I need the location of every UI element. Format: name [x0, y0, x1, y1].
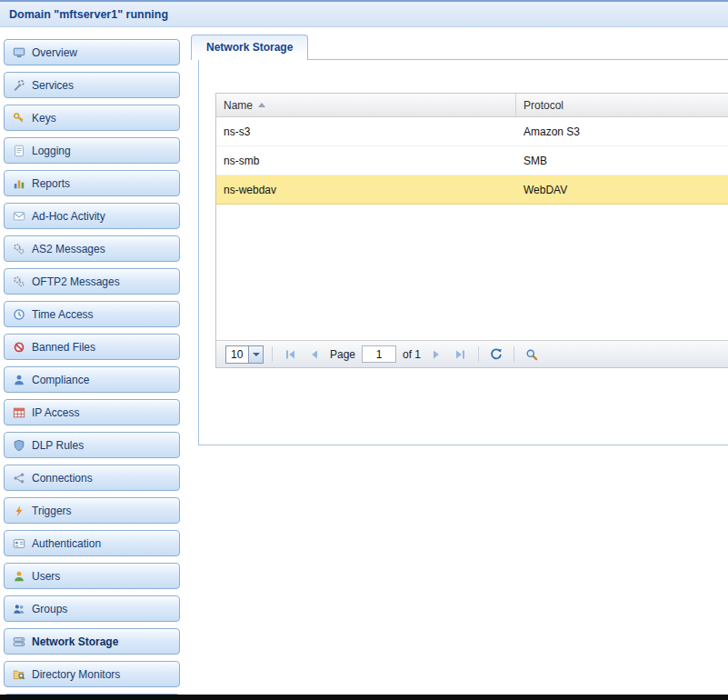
cell-name: ns-s3 — [216, 125, 516, 138]
sidebar-item-label: DLP Rules — [32, 439, 84, 452]
banned-files-icon — [12, 340, 25, 354]
page-size-value: 10 — [226, 346, 248, 363]
refresh-icon — [490, 348, 503, 361]
sidebar-item-reports[interactable]: Reports — [4, 170, 180, 196]
sidebar-item-label: Keys — [32, 112, 56, 125]
sidebar-item-label: Banned Files — [32, 341, 95, 354]
page-number-input[interactable] — [362, 345, 396, 363]
sidebar-item-label: Compliance — [32, 374, 89, 386]
sidebar-item-label: Reports — [32, 177, 70, 190]
sidebar-item-time-access[interactable]: Time Access — [4, 301, 180, 327]
sidebar-item-directory-monitors[interactable]: Directory Monitors — [4, 661, 180, 687]
users-icon — [12, 569, 25, 583]
sidebar-item-triggers[interactable]: Triggers — [4, 497, 180, 524]
chevron-down-icon — [248, 346, 263, 363]
sidebar-item-banned-files[interactable]: Banned Files — [4, 334, 180, 360]
bottom-window-edge — [0, 695, 728, 700]
table-row[interactable]: ns-s3 Amazon S3 — [216, 117, 728, 146]
as2-messages-icon — [12, 242, 25, 255]
ip-access-icon — [12, 405, 25, 419]
column-label: Name — [224, 99, 253, 112]
authentication-icon — [12, 536, 25, 550]
column-label: Protocol — [524, 99, 563, 112]
page-size-select[interactable]: 10 — [225, 345, 264, 364]
network-storage-panel: Name Protocol ns-s3 Amazon S3 ns-smb SMB… — [198, 59, 728, 445]
sidebar-item-label: Logging — [32, 145, 71, 157]
sidebar-item-adhoc-activity[interactable]: Ad-Hoc Activity — [4, 203, 180, 229]
overview-icon — [12, 45, 25, 59]
reports-icon — [12, 176, 25, 190]
column-header-protocol[interactable]: Protocol — [516, 94, 728, 116]
sidebar-item-users[interactable]: Users — [4, 563, 180, 589]
first-page-icon — [284, 348, 296, 361]
window-title-bar: Domain "mftserver1" running — [0, 0, 728, 27]
sidebar-item-connections[interactable]: Connections — [4, 465, 180, 491]
sidebar-item-overview[interactable]: Overview — [4, 39, 180, 65]
table-row[interactable]: ns-smb SMB — [216, 146, 728, 175]
sidebar-item-label: OFTP2 Messages — [32, 275, 120, 288]
sidebar-item-label: IP Access — [32, 406, 79, 419]
cell-name: ns-webdav — [216, 184, 516, 196]
keys-icon — [12, 111, 25, 125]
sidebar-item-groups[interactable]: Groups — [4, 595, 180, 622]
first-page-button[interactable] — [281, 345, 299, 364]
search-button[interactable] — [523, 345, 541, 364]
sidebar-item-label: AS2 Messages — [32, 243, 105, 255]
dlp-rules-icon — [12, 438, 25, 452]
sidebar-item-label: Authentication — [32, 537, 101, 550]
time-access-icon — [12, 307, 25, 321]
sidebar-item-label: Time Access — [32, 308, 94, 321]
sidebar-item-compliance[interactable]: Compliance — [4, 366, 180, 393]
refresh-button[interactable] — [487, 345, 505, 364]
tab-network-storage[interactable]: Network Storage — [191, 35, 308, 60]
sidebar-item-label: Overview — [32, 46, 77, 59]
grid-header: Name Protocol — [216, 94, 728, 117]
sidebar-item-label: Users — [32, 570, 60, 583]
sidebar-item-label: Directory Monitors — [32, 668, 120, 681]
table-row-selected[interactable]: ns-webdav WebDAV — [216, 175, 728, 205]
network-storage-grid: Name Protocol ns-s3 Amazon S3 ns-smb SMB… — [215, 93, 728, 368]
toolbar-separator — [272, 346, 273, 362]
sidebar-item-oftp2-messages[interactable]: OFTP2 Messages — [4, 268, 180, 295]
sidebar-item-label: Triggers — [32, 505, 72, 517]
adhoc-activity-icon — [12, 209, 25, 223]
next-page-button[interactable] — [427, 345, 445, 364]
previous-page-button[interactable] — [305, 345, 324, 364]
last-page-icon — [454, 348, 467, 361]
cell-protocol: WebDAV — [516, 184, 728, 196]
sidebar-item-authentication[interactable]: Authentication — [4, 530, 180, 556]
sidebar-item-dlp-rules[interactable]: DLP Rules — [4, 432, 180, 458]
network-storage-icon — [12, 635, 25, 648]
last-page-button[interactable] — [452, 345, 470, 364]
logging-icon — [12, 144, 25, 157]
sidebar-item-network-storage[interactable]: Network Storage — [4, 628, 180, 655]
cell-name: ns-smb — [216, 155, 516, 167]
main-panel: Network Storage Name Protocol ns-s3 Amaz… — [184, 27, 728, 700]
page-of-label: of 1 — [403, 348, 421, 361]
toolbar-separator — [514, 346, 514, 362]
page-label: Page — [330, 348, 355, 361]
directory-monitors-icon — [12, 667, 25, 681]
previous-page-icon — [308, 348, 321, 361]
sidebar-item-label: Connections — [32, 472, 93, 485]
sidebar-item-logging[interactable]: Logging — [4, 137, 180, 164]
next-page-icon — [430, 348, 443, 361]
column-header-name[interactable]: Name — [216, 94, 516, 116]
paging-toolbar: 10 Page of 1 — [216, 340, 728, 367]
oftp2-messages-icon — [12, 275, 25, 288]
sort-ascending-icon — [258, 103, 265, 107]
window-title: Domain "mftserver1" running — [9, 8, 168, 21]
sidebar-item-label: Network Storage — [32, 635, 118, 648]
sidebar-item-services[interactable]: Services — [4, 72, 180, 98]
cell-protocol: SMB — [516, 155, 728, 167]
cell-protocol: Amazon S3 — [516, 125, 728, 138]
sidebar-item-label: Groups — [32, 603, 67, 615]
sidebar-item-ip-access[interactable]: IP Access — [4, 399, 180, 425]
grid-body: ns-s3 Amazon S3 ns-smb SMB ns-webdav Web… — [216, 117, 728, 340]
sidebar-item-as2-messages[interactable]: AS2 Messages — [4, 235, 180, 262]
sidebar: Overview Services Keys Logging Reports A… — [0, 27, 184, 700]
toolbar-separator — [478, 346, 479, 362]
sidebar-item-label: Services — [32, 79, 74, 92]
sidebar-item-label: Ad-Hoc Activity — [32, 210, 105, 223]
sidebar-item-keys[interactable]: Keys — [4, 105, 180, 131]
